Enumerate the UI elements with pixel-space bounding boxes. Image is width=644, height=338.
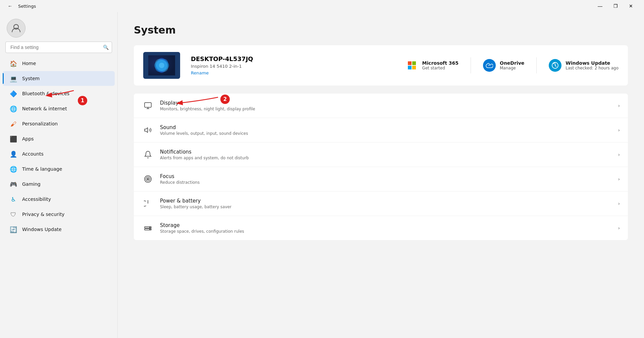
settings-subtitle-power: Sleep, battery usage, battery saver xyxy=(160,205,231,209)
device-card: DESKTOP-4L537JQ Inspiron 14 5410 2-in-1 … xyxy=(134,45,628,86)
chevron-icon-notifications: › xyxy=(618,152,620,157)
settings-title-storage: Storage xyxy=(160,222,244,228)
ms365-subtitle: Get started xyxy=(422,66,459,70)
sidebar-item-apps[interactable]: ⬛ Apps xyxy=(3,131,115,146)
svg-point-16 xyxy=(150,229,150,230)
link-separator-2 xyxy=(536,57,537,73)
settings-icon-display xyxy=(142,100,154,112)
onedrive-text: OneDrive Manage xyxy=(500,60,524,70)
ms365-title: Microsoft 365 xyxy=(422,60,459,66)
onedrive-title: OneDrive xyxy=(500,60,524,66)
window-controls: — ❐ ✕ xyxy=(592,0,639,12)
main-content: System xyxy=(118,12,644,338)
windows-update-title: Windows Update xyxy=(566,60,619,66)
settings-subtitle-sound: Volume levels, output, input, sound devi… xyxy=(160,131,248,136)
nav-label-gaming: Gaming xyxy=(22,181,41,187)
sidebar-item-bluetooth[interactable]: 🔷 Bluetooth & devices xyxy=(3,86,115,101)
sidebar-nav: 🏠 Home 💻 System 🔷 Bluetooth & devices 🌐 … xyxy=(0,56,117,237)
nav-icon-bluetooth: 🔷 xyxy=(9,90,17,98)
onedrive-subtitle: Manage xyxy=(500,66,524,70)
settings-item-storage[interactable]: Storage Storage space, drives, configura… xyxy=(134,216,628,240)
nav-icon-accounts: 👤 xyxy=(9,150,17,158)
ms365-icon xyxy=(406,59,418,72)
minimize-button[interactable]: — xyxy=(592,0,608,12)
nav-icon-privacy: 🛡 xyxy=(9,210,17,218)
settings-subtitle-notifications: Alerts from apps and system, do not dist… xyxy=(160,156,249,160)
nav-label-bluetooth: Bluetooth & devices xyxy=(22,91,69,96)
nav-label-system: System xyxy=(22,76,40,81)
settings-icon-power xyxy=(142,198,154,210)
svg-rect-8 xyxy=(145,103,151,107)
nav-icon-update: 🔄 xyxy=(9,225,17,233)
avatar xyxy=(7,19,25,38)
settings-title-sound: Sound xyxy=(160,124,248,130)
settings-item-display[interactable]: Display Monitors, brightness, night ligh… xyxy=(134,94,628,118)
nav-label-accounts: Accounts xyxy=(22,151,44,157)
sidebar-item-system[interactable]: 💻 System xyxy=(3,71,115,86)
chevron-icon-sound: › xyxy=(618,127,620,133)
settings-icon-storage xyxy=(142,222,154,234)
nav-icon-time: 🌐 xyxy=(9,165,17,173)
settings-item-focus[interactable]: Focus Reduce distractions › xyxy=(134,167,628,191)
settings-title-power: Power & battery xyxy=(160,198,231,204)
settings-item-notifications[interactable]: Notifications Alerts from apps and syste… xyxy=(134,143,628,167)
windows-update-link[interactable]: Windows Update Last checked: 2 hours ago xyxy=(549,59,619,72)
sidebar-item-home[interactable]: 🏠 Home xyxy=(3,56,115,71)
device-model: Inspiron 14 5410 2-in-1 xyxy=(191,64,253,69)
settings-icon-notifications xyxy=(142,149,154,161)
ms365-link[interactable]: Microsoft 365 Get started xyxy=(406,59,459,72)
device-info: DESKTOP-4L537JQ Inspiron 14 5410 2-in-1 … xyxy=(191,55,253,76)
nav-icon-home: 🏠 xyxy=(9,59,17,67)
nav-label-network: Network & internet xyxy=(22,106,67,111)
settings-item-sound[interactable]: Sound Volume levels, output, input, soun… xyxy=(134,118,628,143)
sidebar-item-privacy[interactable]: 🛡 Privacy & security xyxy=(3,207,115,222)
ms365-text: Microsoft 365 Get started xyxy=(422,60,459,70)
sidebar-item-network[interactable]: 🌐 Network & internet xyxy=(3,101,115,116)
sidebar: 🔍 🏠 Home 💻 System 🔷 Bluetooth & devices … xyxy=(0,12,117,338)
sidebar-item-time[interactable]: 🌐 Time & language xyxy=(3,162,115,176)
titlebar: ← Settings — ❐ ✕ xyxy=(0,0,644,12)
settings-list: Display Monitors, brightness, night ligh… xyxy=(134,94,628,240)
titlebar-left: ← Settings xyxy=(5,1,36,11)
sidebar-item-personalization[interactable]: 🖌 Personalization xyxy=(3,116,115,131)
chevron-icon-display: › xyxy=(618,103,620,108)
maximize-button[interactable]: ❐ xyxy=(608,0,623,12)
link-separator-1 xyxy=(471,57,471,73)
settings-title-focus: Focus xyxy=(160,173,200,179)
onedrive-link[interactable]: OneDrive Manage xyxy=(483,59,524,72)
settings-text-storage: Storage Storage space, drives, configura… xyxy=(160,222,244,234)
nav-icon-system: 💻 xyxy=(9,74,17,82)
sidebar-item-update[interactable]: 🔄 Windows Update xyxy=(3,222,115,237)
chevron-icon-storage: › xyxy=(618,225,620,231)
sidebar-item-accessibility[interactable]: ♿ Accessibility xyxy=(3,192,115,207)
search-box[interactable]: 🔍 xyxy=(5,42,112,53)
rename-link[interactable]: Rename xyxy=(191,70,209,75)
nav-label-privacy: Privacy & security xyxy=(22,212,64,217)
settings-text-display: Display Monitors, brightness, night ligh… xyxy=(160,100,255,111)
nav-icon-gaming: 🎮 xyxy=(9,180,17,188)
app-window: 🔍 🏠 Home 💻 System 🔷 Bluetooth & devices … xyxy=(0,12,644,338)
sidebar-item-accounts[interactable]: 👤 Accounts xyxy=(3,147,115,161)
nav-label-personalization: Personalization xyxy=(22,121,58,126)
sidebar-item-gaming[interactable]: 🎮 Gaming xyxy=(3,177,115,191)
close-button[interactable]: ✕ xyxy=(623,0,639,12)
onedrive-icon xyxy=(483,59,496,72)
windows-update-text: Windows Update Last checked: 2 hours ago xyxy=(566,60,619,70)
settings-text-focus: Focus Reduce distractions xyxy=(160,173,200,185)
settings-title-notifications: Notifications xyxy=(160,149,249,155)
svg-point-6 xyxy=(159,63,164,68)
windows-update-subtitle: Last checked: 2 hours ago xyxy=(566,66,619,70)
settings-item-power[interactable]: Power & battery Sleep, battery usage, ba… xyxy=(134,191,628,216)
nav-label-apps: Apps xyxy=(22,136,34,142)
nav-label-time: Time & language xyxy=(22,166,62,172)
settings-text-power: Power & battery Sleep, battery usage, ba… xyxy=(160,198,231,209)
search-input[interactable] xyxy=(5,42,112,53)
settings-subtitle-storage: Storage space, drives, configuration rul… xyxy=(160,229,244,234)
settings-icon-focus xyxy=(142,173,154,185)
settings-subtitle-display: Monitors, brightness, night light, displ… xyxy=(160,107,255,111)
svg-point-15 xyxy=(150,227,150,228)
nav-icon-accessibility: ♿ xyxy=(9,195,17,203)
back-button[interactable]: ← xyxy=(5,1,15,11)
chevron-icon-power: › xyxy=(618,201,620,206)
nav-icon-apps: ⬛ xyxy=(9,135,17,143)
